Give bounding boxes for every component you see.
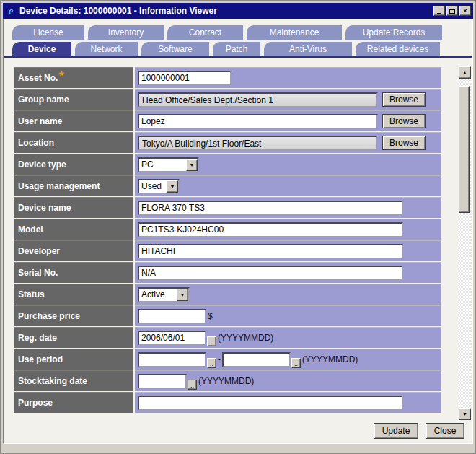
update-button[interactable]: Update bbox=[374, 423, 418, 439]
location-field: Tokyo/A Building/1st Floor/East bbox=[138, 136, 378, 151]
minimize-button[interactable] bbox=[433, 6, 445, 16]
field-label: Location bbox=[14, 132, 133, 153]
field-label: Usage management bbox=[14, 175, 133, 196]
tab-update-records[interactable]: Update Records bbox=[345, 25, 442, 40]
stocktaking-date-input[interactable] bbox=[138, 374, 187, 389]
tabs-area: License Inventory Contract Maintenance U… bbox=[4, 19, 472, 58]
field-label-text: Stocktaking date bbox=[18, 376, 87, 386]
user-name-input[interactable] bbox=[138, 114, 378, 129]
range-separator: - bbox=[218, 354, 221, 364]
value-cell bbox=[135, 240, 441, 261]
tab-maintenance[interactable]: Maintenance bbox=[247, 25, 342, 40]
selected-value: Active bbox=[139, 289, 177, 301]
device-type-select[interactable]: PC ▼ bbox=[138, 157, 199, 173]
field-label: Serial No. bbox=[14, 262, 133, 283]
value-cell bbox=[135, 219, 441, 240]
value-cell: PC ▼ bbox=[135, 154, 441, 175]
client-area: License Inventory Contract Maintenance U… bbox=[3, 19, 473, 444]
purchase-price-input[interactable] bbox=[138, 309, 206, 324]
value-cell bbox=[135, 67, 441, 88]
field-label-text: User name bbox=[18, 116, 62, 126]
tab-network[interactable]: Network bbox=[75, 42, 138, 56]
form-row-purpose: Purpose bbox=[14, 392, 441, 413]
form-row-asset-no: Asset No. ★ bbox=[14, 67, 441, 88]
location-browse-button[interactable]: Browse bbox=[382, 136, 426, 150]
form-row-use-period: Use period .. - .. (YYYYMMDD) bbox=[14, 349, 441, 370]
value-cell: .. (YYYYMMDD) bbox=[135, 370, 441, 391]
tab-software[interactable]: Software bbox=[141, 42, 209, 56]
field-label: Reg. date bbox=[14, 327, 133, 348]
tab-inventory[interactable]: Inventory bbox=[88, 25, 164, 40]
group-name-browse-button[interactable]: Browse bbox=[382, 92, 426, 107]
tab-anti-virus[interactable]: Anti-Virus bbox=[264, 42, 352, 56]
tab-patch[interactable]: Patch bbox=[213, 42, 260, 56]
scroll-up-icon: ▲ bbox=[462, 70, 467, 75]
form-row-status: Status Active ▼ bbox=[14, 284, 441, 305]
ie-logo-icon: e bbox=[5, 5, 17, 17]
scrollbar-thumb[interactable] bbox=[459, 86, 470, 213]
form-row-purchase-price: Purchase price $ bbox=[14, 305, 441, 326]
field-label-text: Serial No. bbox=[18, 268, 58, 278]
field-label-text: Purchase price bbox=[18, 311, 80, 321]
serial-no-input[interactable] bbox=[138, 266, 403, 281]
status-select[interactable]: Active ▼ bbox=[138, 287, 190, 302]
value-cell: Tokyo/A Building/1st Floor/East Browse bbox=[135, 132, 441, 153]
reg-date-input[interactable] bbox=[138, 331, 206, 346]
field-label: Device name bbox=[14, 197, 133, 218]
form-row-developer: Developer bbox=[14, 240, 441, 261]
field-label: Developer bbox=[14, 240, 133, 261]
close-form-button[interactable]: Close bbox=[426, 423, 464, 439]
form-row-serial-no: Serial No. bbox=[14, 262, 441, 283]
use-period-from-picker-button[interactable]: .. bbox=[207, 358, 216, 368]
tab-row-2: Device Network Software Patch Anti-Virus… bbox=[4, 42, 472, 56]
tab-device[interactable]: Device bbox=[12, 42, 71, 56]
purpose-input[interactable] bbox=[138, 396, 403, 411]
model-input[interactable] bbox=[138, 222, 403, 237]
chevron-down-icon: ▼ bbox=[186, 159, 198, 171]
form-row-group-name: Group name Head Office/Sales Dept./Secti… bbox=[14, 89, 441, 110]
usage-management-select[interactable]: Used ▼ bbox=[138, 179, 180, 194]
form-row-model: Model bbox=[14, 219, 441, 240]
close-button[interactable]: × bbox=[459, 6, 471, 16]
required-star-icon: ★ bbox=[58, 70, 64, 77]
device-name-input[interactable] bbox=[138, 201, 403, 216]
minimize-icon bbox=[437, 13, 441, 14]
form-row-location: Location Tokyo/A Building/1st Floor/East… bbox=[14, 132, 441, 153]
field-label-text: Purpose bbox=[18, 398, 53, 408]
asset-no-input[interactable] bbox=[138, 71, 232, 86]
field-label: Use period bbox=[14, 349, 133, 370]
chevron-down-icon: ▼ bbox=[167, 180, 178, 193]
field-label-text: Location bbox=[18, 138, 54, 148]
field-label-text: Developer bbox=[18, 246, 60, 256]
value-cell: Active ▼ bbox=[135, 284, 441, 305]
tab-related-devices[interactable]: Related devices bbox=[356, 42, 440, 56]
date-format-hint: (YYYYMMDD) bbox=[218, 333, 273, 343]
scroll-up-button[interactable]: ▲ bbox=[459, 66, 471, 79]
tab-license[interactable]: License bbox=[12, 25, 84, 40]
field-label-text: Device type bbox=[18, 160, 66, 170]
developer-input[interactable] bbox=[138, 244, 403, 259]
value-cell: .. - .. (YYYYMMDD) bbox=[135, 349, 441, 370]
use-period-from-input[interactable] bbox=[138, 352, 206, 367]
maximize-button[interactable] bbox=[446, 6, 458, 16]
field-label-text: Reg. date bbox=[18, 333, 57, 343]
field-label: Group name bbox=[14, 89, 133, 110]
field-label-text: Status bbox=[18, 289, 45, 300]
scrollbar-track[interactable] bbox=[459, 79, 471, 408]
tab-contract[interactable]: Contract bbox=[167, 25, 243, 40]
use-period-to-input[interactable] bbox=[222, 352, 291, 367]
chevron-down-icon: ▼ bbox=[177, 289, 188, 301]
user-name-browse-button[interactable]: Browse bbox=[382, 114, 426, 128]
value-cell bbox=[135, 392, 441, 413]
field-label: Purpose bbox=[14, 392, 133, 413]
form-row-stocktaking-date: Stocktaking date .. (YYYYMMDD) bbox=[14, 370, 441, 391]
stocktaking-date-picker-button[interactable]: .. bbox=[188, 380, 197, 390]
form-row-device-type: Device type PC ▼ bbox=[14, 154, 441, 175]
field-label: User name bbox=[14, 110, 133, 131]
selected-value: Used bbox=[139, 180, 167, 193]
field-label: Asset No. ★ bbox=[14, 67, 133, 88]
date-format-hint: (YYYYMMDD) bbox=[302, 354, 358, 364]
reg-date-picker-button[interactable]: .. bbox=[207, 336, 216, 346]
use-period-to-picker-button[interactable]: .. bbox=[291, 358, 301, 368]
scroll-down-button[interactable]: ▼ bbox=[459, 408, 471, 420]
